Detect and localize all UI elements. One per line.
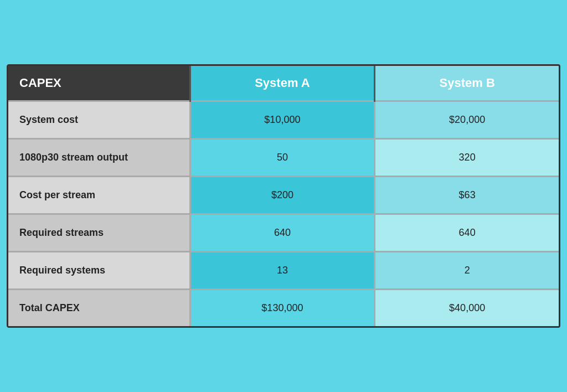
row-label: System cost — [8, 101, 190, 139]
table-row: Cost per stream$200$63 — [8, 177, 559, 214]
system-a-value: 640 — [190, 214, 375, 252]
system-b-value: $20,000 — [375, 101, 559, 139]
row-label: 1080p30 stream output — [8, 139, 190, 177]
system-a-value: 50 — [190, 139, 375, 177]
row-label: Cost per stream — [8, 177, 190, 214]
system-b-value: 640 — [375, 214, 559, 252]
row-label: Required systems — [8, 252, 190, 290]
system-b-value: 2 — [375, 252, 559, 290]
system-b-value: $63 — [375, 177, 559, 214]
table-row: Required streams640640 — [8, 214, 559, 252]
header-system-a: System A — [190, 66, 375, 101]
system-a-value: $130,000 — [190, 290, 375, 327]
table-row: 1080p30 stream output50320 — [8, 139, 559, 177]
table-row: Required systems132 — [8, 252, 559, 290]
system-a-value: $200 — [190, 177, 375, 214]
capex-table: CAPEX System A System B System cost$10,0… — [8, 66, 559, 326]
header-system-b: System B — [375, 66, 559, 101]
table-row: System cost$10,000$20,000 — [8, 101, 559, 139]
capex-table-container: CAPEX System A System B System cost$10,0… — [7, 64, 560, 328]
system-a-value: 13 — [190, 252, 375, 290]
system-b-value: 320 — [375, 139, 559, 177]
table-header-row: CAPEX System A System B — [8, 66, 559, 101]
row-label: Total CAPEX — [8, 290, 190, 327]
system-a-value: $10,000 — [190, 101, 375, 139]
system-b-value: $40,000 — [375, 290, 559, 327]
table-row: Total CAPEX$130,000$40,000 — [8, 290, 559, 327]
header-capex: CAPEX — [8, 66, 190, 101]
row-label: Required streams — [8, 214, 190, 252]
